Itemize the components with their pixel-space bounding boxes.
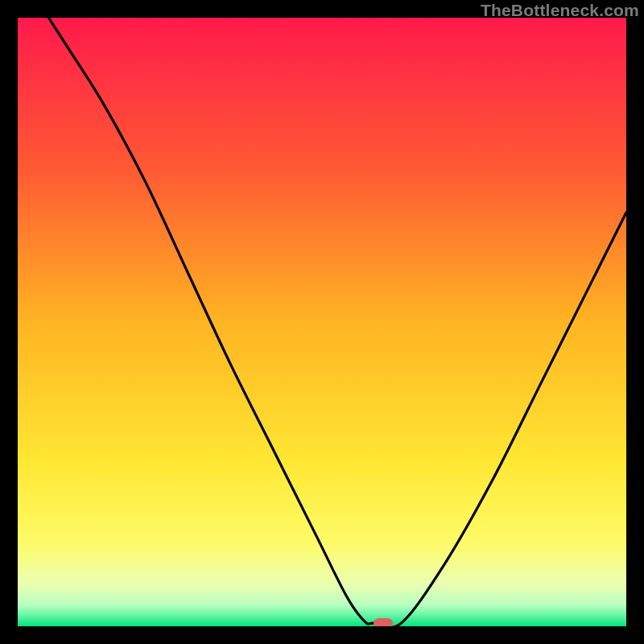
optimal-marker [374,618,393,626]
plot-area [18,18,626,626]
chart-frame: TheBottleneck.com [0,0,644,644]
bottleneck-curve [18,18,626,626]
